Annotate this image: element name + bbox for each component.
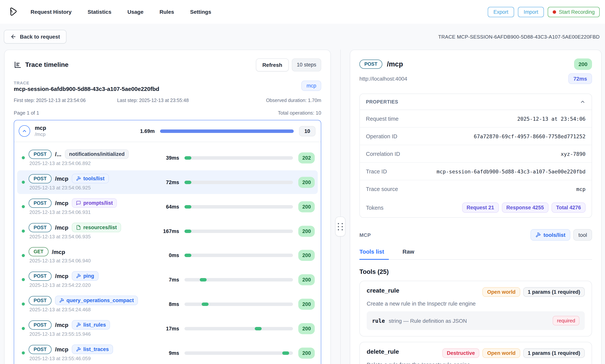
timeline-operation-row[interactable]: POST/mcplist_rules2025-12-13 at 23:55:15… (17, 317, 318, 340)
operation-timing-bar (184, 181, 293, 184)
method-badge: POST (29, 296, 51, 305)
token-count-badge: Total 4276 (552, 202, 586, 213)
method-badge: POST (29, 198, 51, 208)
operation-type-badge: prompts/list (72, 198, 117, 208)
timeline-operation-row[interactable]: GET/mcp2025-12-13 at 23:54:06.9400ms200 (17, 244, 318, 267)
operation-timing-bar (184, 278, 293, 281)
timeline-operation-row[interactable]: POST/mcplist_traces2025-12-13 at 23:55:4… (17, 341, 318, 364)
tool-params-badge: 1 params (1 required) (523, 287, 585, 297)
sub-header: Back to request TRACE MCP-SESSION-6AFDB9… (0, 24, 605, 50)
status-code-badge: 200 (298, 201, 315, 212)
operation-duration: 9ms (155, 350, 179, 356)
method-badge: POST (29, 320, 51, 329)
resize-drag-handle[interactable] (335, 217, 346, 236)
method-badge: GET (29, 247, 48, 256)
token-count-badge: Response 4255 (502, 202, 548, 213)
nav-item-rules[interactable]: Rules (159, 9, 174, 15)
start-recording-button[interactable]: Start Recording (548, 7, 600, 17)
back-to-request-button[interactable]: Back to request (4, 30, 66, 44)
start-recording-label: Start Recording (559, 9, 595, 15)
nav-item-request-history[interactable]: Request History (31, 9, 72, 15)
status-code-badge: 200 (298, 299, 315, 310)
operation-duration: 72ms (155, 179, 179, 185)
trace-session-name: mcp-session-6afdb900-5d88-43c3-a107-5ae0… (14, 86, 321, 92)
refresh-button[interactable]: Refresh (256, 58, 289, 71)
export-button[interactable]: Export (488, 7, 514, 17)
operations-group-box: mcp /mcp 1.69m 10 POST/...notifications/… (14, 120, 321, 364)
status-code-badge: 200 (298, 177, 315, 188)
success-dot-icon (22, 302, 25, 306)
operation-type-badge: query_operations_compact (55, 296, 138, 305)
timeline-operation-row[interactable]: POST/mcpping2025-12-13 at 23:54:22.0207m… (17, 268, 318, 291)
detail-tabs: Tools list Raw (360, 248, 592, 260)
import-button[interactable]: Import (518, 7, 544, 17)
app-logo-icon[interactable] (8, 7, 18, 17)
nav-item-usage[interactable]: Usage (127, 9, 143, 15)
operation-duration: 39ms (155, 155, 179, 161)
operation-path: /mcp (55, 322, 68, 328)
operation-path: /mcp (55, 200, 68, 206)
status-code-badge: 200 (298, 323, 315, 334)
property-value: 67a72870-69cf-4957-8660-7758ed771252 (474, 133, 586, 139)
property-label: Trace ID (366, 168, 387, 174)
properties-header[interactable]: PROPERTIES (360, 94, 592, 110)
trace-group-row[interactable]: mcp /mcp 1.69m 10 (14, 120, 321, 142)
status-code-badge: 200 (298, 274, 315, 285)
tab-raw[interactable]: Raw (402, 248, 419, 260)
tool-card: create_ruleOpen world1 params (1 require… (360, 281, 592, 337)
status-code-badge: 202 (298, 152, 315, 163)
tool-description: Delete a rule from the Inspectr rule eng… (367, 362, 585, 364)
tool-card: delete_ruleDestructiveOpen world1 params… (360, 342, 592, 364)
tool-description: Create a new rule in the Inspectr rule e… (367, 301, 585, 307)
timeline-operation-row[interactable]: POST/...notifications/initialized2025-12… (17, 146, 318, 169)
panel-divider (331, 50, 350, 364)
detail-duration-badge: 72ms (568, 73, 592, 84)
first-step-label: First step: 2025-12-13 at 23:54:06 (14, 98, 86, 103)
collapse-group-button[interactable] (19, 125, 30, 137)
success-dot-icon (22, 278, 25, 281)
success-dot-icon (22, 230, 25, 233)
property-value: mcp-session-6afdb900-5d88-43c3-a107-5ae0… (437, 168, 586, 174)
operation-path: /mcp (55, 273, 68, 279)
hammer-icon (76, 176, 81, 181)
property-value: 2025-12-13 at 23:54:06 (517, 116, 586, 122)
operation-timing-bar (184, 302, 293, 306)
total-operations-label: Total operations: 10 (278, 110, 321, 116)
trace-section-label: TRACE (14, 81, 29, 85)
status-code-badge: 200 (298, 226, 315, 237)
property-value: mcp (576, 186, 586, 192)
mcp-kind-badge: tool (574, 229, 592, 241)
success-dot-icon (22, 181, 25, 184)
operation-type-badge: notifications/initialized (65, 149, 129, 159)
operation-path: /mcp (55, 224, 68, 231)
timeline-operation-row[interactable]: POST/mcpresources/list2025-12-13 at 23:5… (17, 219, 318, 243)
property-row: Correlation IDxyz-7890 (360, 145, 592, 163)
observed-duration-label: Observed duration: 1.70m (266, 98, 321, 103)
hammer-icon (76, 273, 81, 278)
timeline-operation-row[interactable]: POST/mcptools/list2025-12-13 at 23:54:06… (17, 170, 318, 194)
property-row: Operation ID67a72870-69cf-4957-8660-7758… (360, 128, 592, 145)
success-dot-icon (22, 254, 25, 257)
trace-type-badge: mcp (302, 81, 321, 91)
detail-status-badge: 200 (574, 58, 592, 70)
operation-type-badge: tools/list (72, 174, 109, 183)
operation-timing-bar (184, 351, 293, 355)
nav-item-settings[interactable]: Settings (190, 9, 211, 15)
steps-count-badge: 10 steps (292, 58, 321, 71)
tool-param-row: rulestring — Rule definition as JSONrequ… (367, 311, 585, 330)
timeline-operation-row[interactable]: POST/mcpprompts/list2025-12-13 at 23:54:… (17, 195, 318, 219)
status-code-badge: 200 (298, 250, 315, 261)
operation-path: /mcp (55, 175, 68, 182)
operation-type-badge: list_rules (72, 320, 110, 330)
operation-path: /mcp (55, 346, 68, 352)
nav-item-statistics[interactable]: Statistics (88, 9, 112, 15)
operation-timing-bar (184, 254, 293, 257)
timeline-operation-row[interactable]: POSTquery_operations_compact2025-12-13 a… (17, 292, 318, 316)
operation-timing-bar (184, 229, 293, 233)
hammer-icon (76, 322, 81, 327)
chevron-up-icon (580, 99, 586, 105)
detail-path-title: /mcp (387, 60, 403, 68)
tab-tools-list[interactable]: Tools list (360, 248, 389, 260)
group-duration-bar (160, 129, 294, 133)
success-dot-icon (22, 205, 25, 208)
